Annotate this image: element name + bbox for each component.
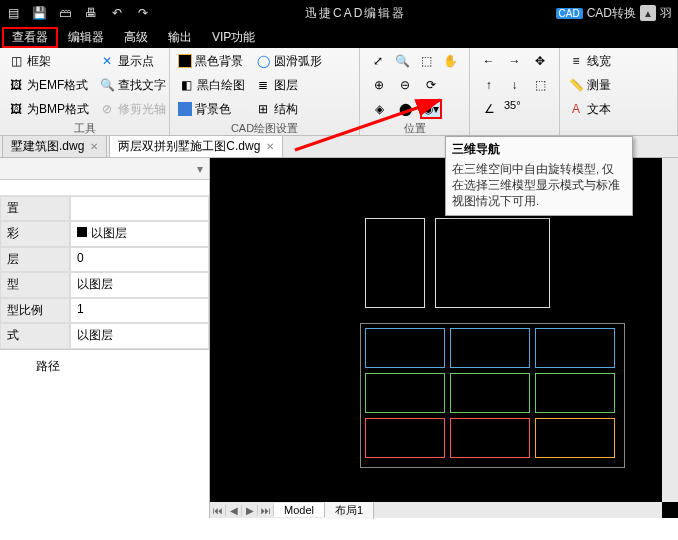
ribbon: ◫框架 🖼为EMF格式 🖼为BMP格式 ✕显示点 🔍查找文字 ⊘修剪光轴 工具 … (0, 48, 678, 136)
arc-icon: ◯ (255, 53, 271, 69)
group-tools-label: 工具 (8, 119, 161, 139)
rotate-icon[interactable]: ⟳ (420, 75, 442, 95)
find-text-item[interactable]: 🔍查找文字 (99, 75, 166, 95)
linewidth-icon: ≡ (568, 53, 584, 69)
sheet-layout1[interactable]: 布局1 (325, 502, 374, 519)
app-title: 迅捷CAD编辑器 (156, 5, 556, 22)
prop-val[interactable] (70, 196, 209, 221)
user-icon[interactable]: ▲ (640, 5, 656, 21)
angle-value: 35° (504, 99, 521, 119)
structure-item[interactable]: ⊞结构 (255, 99, 322, 119)
prop-key: 式 (0, 323, 70, 348)
cube-icon[interactable]: ⬚ (529, 75, 551, 95)
vertical-scrollbar[interactable] (662, 158, 678, 502)
text-icon: A (568, 101, 584, 117)
bg-color-icon (178, 102, 192, 116)
save-all-icon[interactable]: 🗃 (52, 0, 78, 26)
sheet-nav[interactable]: ⏮◀▶⏭ (210, 505, 274, 516)
zoom-x-icon[interactable]: ⊕ (368, 75, 390, 95)
frame-item[interactable]: ◫框架 (8, 51, 89, 71)
zoom-window-icon[interactable]: ⬚ (417, 51, 437, 71)
user-name: 羽 (660, 5, 672, 22)
layers-icon: ≣ (255, 77, 271, 93)
view3d-icon[interactable]: ◈ (368, 99, 390, 119)
arrow-down-icon[interactable]: ↓ (504, 75, 526, 95)
undo-icon[interactable]: ↶ (104, 0, 130, 26)
arrow-right-icon[interactable]: → (504, 51, 526, 71)
trim-icon: ⊘ (99, 101, 115, 117)
linewidth-item[interactable]: ≡线宽 (568, 51, 611, 71)
search-icon: 🔍 (99, 77, 115, 93)
black-bg-icon (178, 54, 192, 68)
tooltip-body: 在三维空间中自由旋转模型, 仅在选择三维模型显示模式与标准视图情况下可用. (450, 161, 628, 209)
new-file-icon[interactable]: ▤ (0, 0, 26, 26)
sheet-model[interactable]: Model (274, 503, 325, 517)
prop-key: 彩 (0, 221, 70, 246)
emf-item[interactable]: 🖼为EMF格式 (8, 75, 89, 95)
arrow-left-icon[interactable]: ← (478, 51, 500, 71)
structure-icon: ⊞ (255, 101, 271, 117)
prop-key: 型 (0, 272, 70, 297)
show-points-item[interactable]: ✕显示点 (99, 51, 166, 71)
properties-table: 置 彩以图层 层0 型以图层 型比例1 式以图层 (0, 196, 209, 349)
nav3d-icon[interactable]: ◉▾ (420, 99, 442, 119)
pan2-icon[interactable]: ✥ (529, 51, 551, 71)
menu-advanced[interactable]: 高级 (114, 27, 158, 48)
zoom-in-icon[interactable]: 🔍 (392, 51, 412, 71)
cad-badge: CAD (556, 8, 583, 19)
bw-icon: ◧ (178, 77, 194, 93)
menu-vip[interactable]: VIP功能 (202, 27, 265, 48)
menu-output[interactable]: 输出 (158, 27, 202, 48)
bw-draw-item[interactable]: ◧黑白绘图 (178, 75, 245, 95)
bmp-icon: 🖼 (8, 101, 24, 117)
smooth-arc-item[interactable]: ◯圆滑弧形 (255, 51, 322, 71)
measure-item[interactable]: 📏测量 (568, 75, 611, 95)
panel-dropdown[interactable]: ▾ (0, 158, 209, 180)
emf-icon: 🖼 (8, 77, 24, 93)
arrow-up-icon[interactable]: ↑ (478, 75, 500, 95)
bg-color-item[interactable]: 背景色 (178, 99, 245, 119)
horizontal-scrollbar[interactable]: ⏮◀▶⏭ Model 布局1 (210, 502, 662, 518)
prop-val[interactable]: 1 (70, 298, 209, 323)
prop-val[interactable]: 以图层 (70, 323, 209, 348)
path-label: 路径 (36, 358, 60, 375)
prop-key: 型比例 (0, 298, 70, 323)
close-icon[interactable]: ✕ (266, 141, 274, 152)
save-icon[interactable]: 💾 (26, 0, 52, 26)
tooltip-3d-nav: 三维导航 在三维空间中自由旋转模型, 仅在选择三维模型显示模式与标准视图情况下可… (445, 136, 633, 216)
title-bar: ▤ 💾 🗃 🖶 ↶ ↷ 迅捷CAD编辑器 CAD CAD转换 ▲ 羽 (0, 0, 678, 26)
print-icon[interactable]: 🖶 (78, 0, 104, 26)
properties-panel: ▾ 置 彩以图层 层0 型以图层 型比例1 式以图层 路径 (0, 158, 210, 518)
frame-icon: ◫ (8, 53, 24, 69)
prop-key: 置 (0, 196, 70, 221)
redo-icon[interactable]: ↷ (130, 0, 156, 26)
cad-convert-link[interactable]: CAD转换 (587, 5, 636, 22)
prop-key: 层 (0, 247, 70, 272)
text-item[interactable]: A文本 (568, 99, 611, 119)
prop-val[interactable]: 以图层 (70, 272, 209, 297)
trim-aura-item: ⊘修剪光轴 (99, 99, 166, 119)
pan-icon[interactable]: ✋ (441, 51, 461, 71)
menu-editor[interactable]: 编辑器 (58, 27, 114, 48)
menu-bar: 查看器 编辑器 高级 输出 VIP功能 (0, 26, 678, 48)
dot-icon: ✕ (99, 53, 115, 69)
menu-viewer[interactable]: 查看器 (2, 27, 58, 48)
angle-icon[interactable]: ∠ (478, 99, 500, 119)
group-cad-label: CAD绘图设置 (178, 119, 351, 139)
layers-item[interactable]: ≣图层 (255, 75, 322, 95)
black-bg-item[interactable]: 黑色背景 (178, 51, 245, 71)
orbit-icon[interactable]: ⬤ (394, 99, 416, 119)
zoom-fit-icon[interactable]: ⤢ (368, 51, 388, 71)
close-icon[interactable]: ✕ (90, 141, 98, 152)
prop-val[interactable]: 以图层 (70, 221, 209, 246)
tooltip-title: 三维导航 (450, 139, 628, 161)
bmp-item[interactable]: 🖼为BMP格式 (8, 99, 89, 119)
ruler-icon: 📏 (568, 77, 584, 93)
prop-val[interactable]: 0 (70, 247, 209, 272)
zoom-y-icon[interactable]: ⊖ (394, 75, 416, 95)
